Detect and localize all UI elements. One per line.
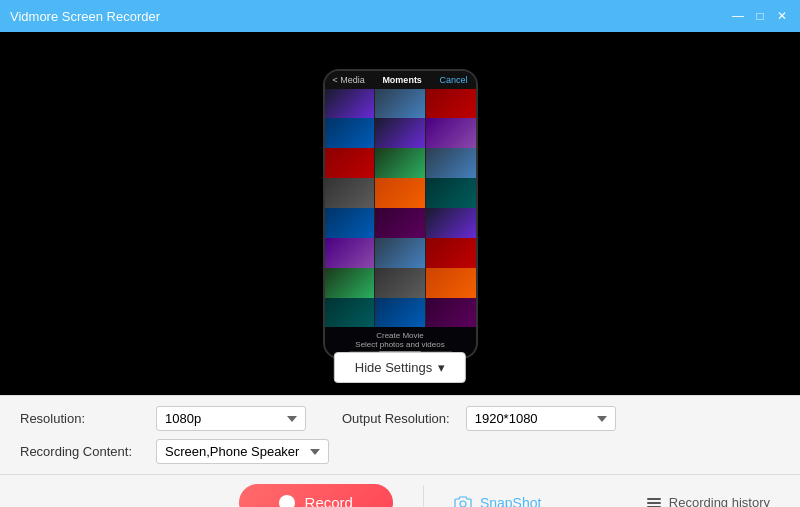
- history-label: Recording history: [669, 495, 770, 507]
- settings-row-content: Recording Content: Screen,Phone Speaker …: [20, 439, 780, 464]
- bottom-toolbar: Record SnapShot Recording history: [0, 474, 800, 507]
- hide-settings-bar: Hide Settings ▾: [334, 352, 466, 383]
- photo-cell[interactable]: [375, 298, 425, 327]
- photo-cell[interactable]: [325, 298, 375, 327]
- history-icon: [647, 498, 661, 508]
- record-label: Record: [305, 494, 353, 507]
- resolution-select-wrapper: 480p 720p 1080p 4K: [156, 406, 306, 431]
- hide-settings-label: Hide Settings: [355, 360, 432, 375]
- photo-cell[interactable]: [426, 298, 476, 327]
- minimize-button[interactable]: —: [730, 8, 746, 24]
- camera-icon: [454, 496, 472, 508]
- photo-cell-inner: [375, 298, 425, 327]
- recording-content-label: Recording Content:: [20, 444, 140, 459]
- snapshot-label: SnapShot: [480, 495, 542, 508]
- photo-cell-inner: [325, 298, 375, 327]
- create-movie-sublabel: Select photos and videos: [329, 340, 472, 349]
- window-controls: — □ ✕: [730, 8, 790, 24]
- toolbar-divider: [423, 485, 424, 508]
- output-resolution-select-wrapper: 1280*720 1920*1080 3840*2160: [466, 406, 616, 431]
- create-movie-label[interactable]: Create Movie: [329, 331, 472, 340]
- resolution-label: Resolution:: [20, 411, 140, 426]
- record-button[interactable]: Record: [239, 484, 393, 507]
- app-title: Vidmore Screen Recorder: [10, 9, 160, 24]
- hide-settings-chevron-icon: ▾: [438, 360, 445, 375]
- phone-back-button[interactable]: < Media: [333, 75, 365, 85]
- svg-point-0: [460, 501, 466, 507]
- recording-content-select[interactable]: Screen,Phone Speaker Screen Only Phone S…: [156, 439, 329, 464]
- maximize-button[interactable]: □: [752, 8, 768, 24]
- close-button[interactable]: ✕: [774, 8, 790, 24]
- snapshot-button[interactable]: SnapShot: [434, 485, 562, 508]
- hide-settings-button[interactable]: Hide Settings ▾: [334, 352, 466, 383]
- output-resolution-label: Output Resolution:: [342, 411, 450, 426]
- recording-content-select-wrapper: Screen,Phone Speaker Screen Only Phone S…: [156, 439, 329, 464]
- output-resolution-select[interactable]: 1280*720 1920*1080 3840*2160: [466, 406, 616, 431]
- phone-cancel-button[interactable]: Cancel: [439, 75, 467, 85]
- resolution-select[interactable]: 480p 720p 1080p 4K: [156, 406, 306, 431]
- phone-header: < Media Moments Cancel: [325, 71, 476, 89]
- main-preview-area: < Media Moments Cancel 1:311h3h7h30s Cre…: [0, 32, 800, 395]
- photo-grid: 1:311h3h7h30s: [325, 89, 476, 327]
- recording-history-button[interactable]: Recording history: [647, 495, 770, 507]
- record-icon: [279, 495, 295, 508]
- title-bar: Vidmore Screen Recorder — □ ✕: [0, 0, 800, 32]
- phone-moments-tab[interactable]: Moments: [382, 75, 422, 85]
- phone-mockup: < Media Moments Cancel 1:311h3h7h30s Cre…: [323, 69, 478, 359]
- photo-cell-inner: [426, 298, 476, 327]
- settings-row-resolution: Resolution: 480p 720p 1080p 4K Output Re…: [20, 406, 780, 431]
- settings-panel: Resolution: 480p 720p 1080p 4K Output Re…: [0, 395, 800, 474]
